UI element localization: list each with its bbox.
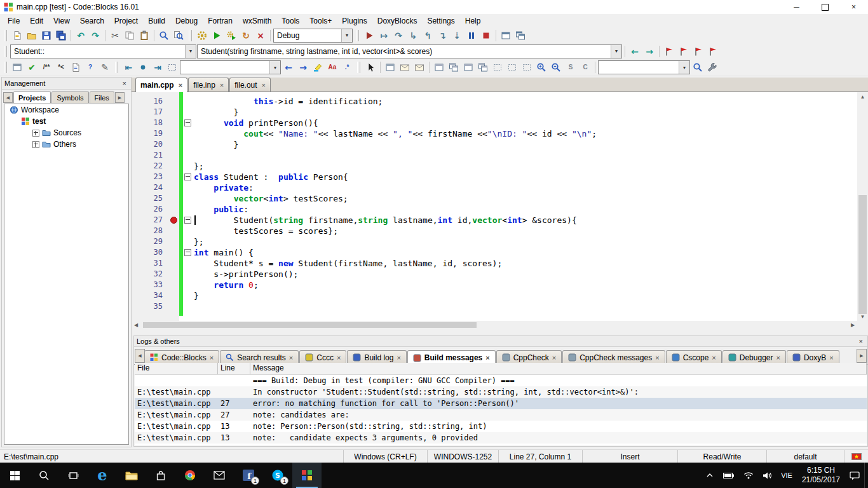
selection-mode-button[interactable] — [165, 60, 179, 74]
fold-cell[interactable] — [183, 193, 192, 204]
code-line[interactable]: void printPerson(){ — [194, 118, 857, 128]
taskbar-file-explorer-button[interactable] — [117, 463, 146, 488]
tab-close-icon[interactable]: × — [552, 354, 556, 362]
break-debugger-button[interactable] — [465, 29, 478, 43]
run-to-cursor-button[interactable]: ↦ — [377, 29, 391, 43]
tab-close-icon[interactable]: × — [220, 81, 224, 89]
tab-files[interactable]: Files — [90, 92, 114, 103]
language-indicator[interactable]: VIE — [776, 463, 797, 488]
breakpoint-cell[interactable] — [168, 247, 179, 258]
breakpoint-cell[interactable] — [168, 290, 179, 301]
taskbar-task-view-button[interactable] — [58, 463, 88, 488]
line-number[interactable]: 32 — [132, 269, 168, 280]
fold-cell[interactable] — [183, 247, 192, 258]
fold-cell[interactable] — [183, 301, 192, 312]
management-tabs-scroll-right[interactable]: ▶ — [115, 92, 125, 103]
tab-close-icon[interactable]: × — [179, 81, 182, 89]
undo-button[interactable]: ↶ — [74, 29, 88, 43]
fold-cell[interactable] — [183, 172, 192, 182]
table-row[interactable]: === Build: Debug in test (compiler: GNU … — [135, 375, 867, 386]
tab-close-icon[interactable]: × — [289, 354, 293, 362]
doxy-run-button[interactable] — [69, 60, 83, 74]
fold-cell[interactable] — [183, 236, 192, 247]
chevron-down-icon[interactable]: ▾ — [185, 45, 196, 58]
expander-plus-icon[interactable] — [32, 130, 39, 137]
breakpoint-cell[interactable] — [168, 107, 179, 118]
build-target-select[interactable]: Debug▾ — [273, 29, 353, 43]
doxy-help-button[interactable]: ? — [83, 60, 97, 74]
show-desktop-button[interactable] — [864, 463, 868, 488]
wxsmith-mail-button[interactable] — [398, 60, 412, 74]
log-tab-debugger[interactable]: Debugger× — [722, 350, 786, 364]
find-in-files-button[interactable] — [172, 29, 186, 43]
chevron-down-icon[interactable]: ▾ — [611, 45, 621, 58]
breakpoint-cell[interactable] — [168, 226, 179, 236]
doxy-line-comment-button[interactable]: *< — [54, 60, 68, 74]
exporter-button[interactable] — [10, 60, 24, 74]
wxsmith-frame-button[interactable] — [383, 60, 397, 74]
wxsmith-mail2-button[interactable] — [412, 60, 426, 74]
symbol-search-input[interactable]: ▾ — [598, 60, 690, 74]
table-row[interactable]: E:\test\main.cppIn constructor 'Student:… — [135, 386, 867, 398]
network-wifi-icon[interactable] — [739, 463, 758, 488]
scroll-right-icon[interactable]: ▶ — [848, 322, 857, 328]
goto-next-bookmark-button[interactable]: ⇥ — [151, 60, 165, 74]
maximize-button[interactable] — [811, 0, 839, 14]
breakpoint-cell[interactable] — [168, 182, 179, 193]
tab-main-cpp[interactable]: main.cpp× — [135, 78, 187, 92]
menu-debug[interactable]: Debug — [170, 14, 203, 27]
column-header-line[interactable]: Line — [218, 363, 250, 374]
taskbar-codeblocks-button[interactable] — [292, 463, 322, 488]
breakpoint-cell[interactable] — [168, 128, 179, 139]
breakpoint-cell[interactable] — [168, 96, 179, 107]
code-line[interactable]: vector<int> testScores; — [194, 193, 857, 204]
browse-marks-clear-button[interactable] — [706, 44, 720, 58]
taskbar-start-button[interactable] — [0, 463, 29, 488]
taskbar-edge-button[interactable]: e — [88, 463, 117, 488]
doxy-block-comment-button[interactable]: /** — [39, 60, 53, 74]
log-tab-cppcheck-messages[interactable]: CppCheck messages× — [562, 350, 665, 364]
line-number[interactable]: 21 — [132, 150, 168, 161]
jump-forward-button[interactable]: → — [642, 44, 656, 58]
code-line[interactable]: return 0; — [194, 280, 857, 290]
paste-button[interactable] — [137, 29, 151, 43]
incremental-search-input[interactable]: ▾ — [180, 60, 281, 74]
tab-projects[interactable]: Projects — [13, 92, 51, 103]
code-line[interactable] — [194, 150, 857, 161]
line-number[interactable]: 33 — [132, 280, 168, 290]
breakpoint-cell[interactable] — [168, 118, 179, 128]
browse-marks-prev-button[interactable] — [662, 44, 676, 58]
breakpoint-cell[interactable] — [168, 161, 179, 172]
build-button[interactable] — [195, 29, 209, 43]
line-number[interactable]: 34 — [132, 290, 168, 301]
incsearch-next-button[interactable]: → — [296, 60, 310, 74]
minimize-button[interactable]: ─ — [782, 0, 811, 14]
menu-tools[interactable]: Tools — [276, 14, 304, 27]
fold-cell[interactable] — [183, 96, 192, 107]
code-line[interactable]: } — [194, 107, 857, 118]
zoom-in-button[interactable] — [534, 60, 548, 74]
horizontal-scroll-thumb[interactable] — [143, 322, 477, 328]
code-line[interactable]: }; — [194, 236, 857, 247]
stop-debugger-button[interactable] — [479, 29, 493, 43]
log-tab-doxyb[interactable]: DoxyB× — [787, 350, 839, 364]
menu-file[interactable]: File — [3, 14, 25, 27]
tree-item-test[interactable]: test — [4, 116, 128, 127]
line-number[interactable]: 20 — [132, 139, 168, 150]
highlight-occurrences-button[interactable] — [311, 60, 325, 74]
log-tab-cscope[interactable]: Cscope× — [666, 350, 722, 364]
log-tab-cppcheck[interactable]: CppCheck× — [496, 350, 562, 364]
code-line[interactable]: private: — [194, 182, 857, 193]
regex-toggle-button[interactable]: .* — [340, 60, 354, 74]
match-case-button[interactable]: Aa — [325, 60, 339, 74]
line-number[interactable]: 18 — [132, 118, 168, 128]
chevron-down-icon[interactable]: ▾ — [269, 61, 280, 74]
fold-cell[interactable] — [183, 118, 192, 128]
menu-help[interactable]: Help — [460, 14, 486, 27]
tab-file-out[interactable]: file.out× — [229, 78, 271, 92]
next-line-button[interactable]: ↷ — [391, 29, 405, 43]
find-button[interactable] — [157, 29, 171, 43]
breakpoint-cell[interactable] — [168, 139, 179, 150]
management-close-button[interactable]: × — [121, 79, 128, 87]
logs-tabs-scroll-left[interactable]: ◀ — [135, 349, 145, 363]
